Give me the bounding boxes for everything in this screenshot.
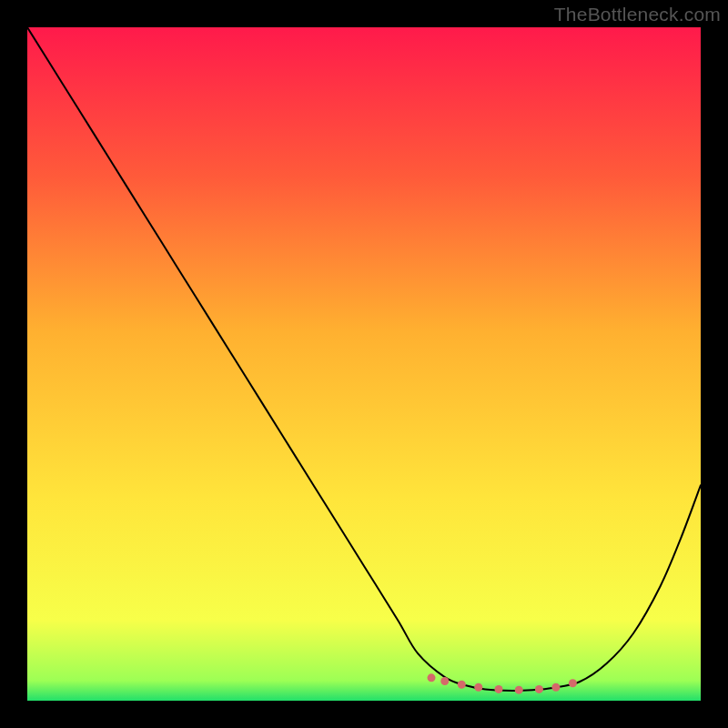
gradient-background xyxy=(27,27,701,701)
watermark-text: TheBottleneck.com xyxy=(554,4,721,25)
trough-dot xyxy=(440,677,449,685)
trough-dot xyxy=(495,685,503,693)
trough-dot xyxy=(428,673,436,682)
trough-dot xyxy=(569,679,577,687)
plot-area xyxy=(27,27,701,701)
trough-dot xyxy=(551,683,560,692)
chart-frame: TheBottleneck.com xyxy=(0,0,728,728)
trough-dot xyxy=(474,683,482,692)
trough-dot xyxy=(458,681,466,689)
chart-svg xyxy=(27,27,701,701)
trough-dot xyxy=(535,685,543,693)
trough-dot xyxy=(515,686,523,694)
